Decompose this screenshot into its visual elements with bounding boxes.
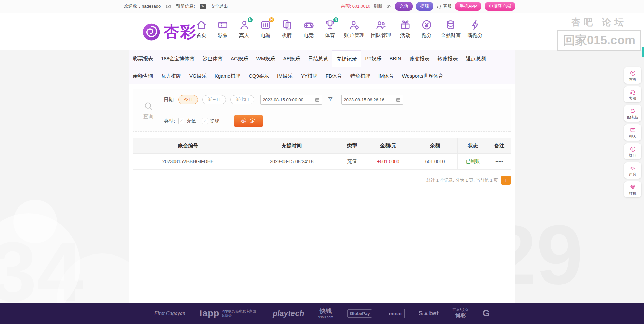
toolbar-item[interactable]: 挂机 (624, 181, 641, 198)
watermark-line2: 回家015.com (557, 30, 641, 51)
nav-item[interactable]: 首页 (194, 19, 209, 39)
date-from-input[interactable]: 2023-08-15 00:00:00 (260, 95, 322, 105)
calendar-icon[interactable] (396, 97, 401, 102)
nav-item[interactable]: H 电游 (258, 19, 273, 39)
edit-icon[interactable]: ✎ (200, 4, 206, 9)
nav-item[interactable]: 棋牌 (280, 19, 294, 39)
page-button[interactable]: 1 (501, 176, 511, 185)
nav-item[interactable]: N 真人 (237, 19, 252, 39)
tabs-row-1: 彩票报表188金宝博体育沙巴体育AG娱乐WM娱乐AE娱乐日结总览充提记录PT娱乐… (129, 50, 515, 67)
customer-service-label: 客服 (443, 3, 452, 9)
checkbox-box[interactable]: ✓ (178, 118, 184, 124)
eye-off-icon[interactable] (386, 4, 392, 9)
quick-date-pill[interactable]: 近七日 (230, 95, 254, 104)
partner-logo-text: iapp (200, 308, 220, 319)
tab[interactable]: AE娱乐 (279, 50, 304, 67)
deposit-button[interactable]: 充值 (395, 2, 413, 11)
nav-item[interactable]: 彩票 (215, 19, 230, 39)
nav-icon (445, 19, 457, 31)
tab[interactable]: Wesports世界体育 (398, 67, 447, 84)
toolbar-item[interactable]: IM充值 (624, 105, 641, 122)
mobile-app-button[interactable]: 手机APP (455, 2, 481, 11)
cell-balance: 601.0010 (413, 154, 458, 170)
watermark-line1: 杏吧 论坛 (557, 16, 641, 28)
withdraw-button[interactable]: 提现 (416, 2, 433, 11)
tab[interactable]: PT娱乐 (361, 50, 385, 67)
reserved-info-label: 预留信息: (176, 3, 195, 9)
nav-label: 账户管理 (344, 32, 364, 39)
tab[interactable]: Kgame棋牌 (211, 67, 245, 84)
toolbar-item[interactable]: 客服 (624, 86, 641, 103)
nav-item[interactable]: 电竞 (301, 19, 316, 39)
logout-link[interactable]: 安全退出 (211, 3, 228, 9)
pc-client-button[interactable]: 电脑客户端 (485, 2, 515, 11)
tab[interactable]: WM娱乐 (252, 50, 279, 67)
date-to-input[interactable]: 2023-08-15 08:26:16 (341, 95, 403, 105)
tab[interactable]: 返点总额 (462, 50, 490, 67)
calendar-icon[interactable] (315, 97, 320, 102)
checkbox-box[interactable]: ✓ (202, 118, 208, 124)
brand-flower-logo-icon (142, 22, 161, 42)
date-from-value: 2023-08-15 00:00:00 (263, 97, 303, 102)
toolbar-icon (630, 70, 636, 76)
tab[interactable]: BBIN (386, 50, 406, 67)
customer-service-link[interactable]: 客服 (437, 3, 452, 9)
side-peek-handle[interactable] (642, 47, 644, 57)
message-icon[interactable] (166, 4, 171, 9)
type-checkbox[interactable]: ✓ 提现 (202, 118, 219, 124)
toolbar-item[interactable]: 声音 (624, 162, 641, 179)
nav-item[interactable]: 账户管理 (344, 19, 364, 39)
toolbar-icon (630, 165, 636, 171)
toolbar-label: 声音 (629, 172, 636, 177)
tab[interactable]: 特兔棋牌 (346, 67, 374, 84)
balance-label: 余额: (341, 4, 351, 9)
toolbar-item[interactable]: 聊天 (624, 124, 641, 141)
tab[interactable]: IM娱乐 (273, 67, 297, 84)
nav-item[interactable]: 嗨跑分 (468, 19, 483, 39)
brand-name: 杏彩 (164, 21, 197, 42)
nav-item[interactable]: 活动 (398, 19, 413, 39)
quick-date-pill[interactable]: 今日 (178, 95, 198, 104)
quick-date-pill[interactable]: 近三日 (202, 95, 226, 104)
tab[interactable]: 瓦力棋牌 (157, 67, 185, 84)
toolbar-icon (630, 184, 636, 190)
nav-icon (421, 19, 433, 31)
nav-icon (281, 19, 293, 31)
refresh-link[interactable]: 刷新 (374, 3, 382, 9)
brand[interactable]: 杏彩 (142, 21, 197, 42)
tab[interactable]: 188金宝博体育 (157, 50, 199, 67)
tab[interactable]: 转账报表 (434, 50, 462, 67)
tab[interactable]: IM体育 (374, 67, 398, 84)
nav-icon (195, 19, 207, 31)
tab[interactable]: AG娱乐 (227, 50, 252, 67)
toolbar-item[interactable]: 疑问 (624, 143, 641, 160)
query-label: 查询 (143, 113, 153, 120)
nav-icon (399, 19, 411, 31)
tab[interactable]: 彩票报表 (129, 50, 157, 67)
watermark: 杏吧 论坛 回家015.com (557, 16, 641, 51)
tab[interactable]: 账变报表 (406, 50, 434, 67)
nav-item[interactable]: 跑分 (419, 19, 434, 39)
tab[interactable]: 充提记录 (332, 50, 361, 67)
partner-logo-subtext: 可靠&安全 (453, 308, 469, 312)
tab[interactable]: CQ9娱乐 (245, 67, 273, 84)
column-header: 充提时间 (243, 138, 340, 154)
tab[interactable]: 余额查询 (129, 67, 157, 84)
checkbox-label: 充值 (186, 118, 196, 124)
tab[interactable]: 日结总览 (304, 50, 332, 67)
nav-item[interactable]: N 体育 (323, 19, 337, 39)
tab[interactable]: FB体育 (322, 67, 346, 84)
confirm-button[interactable]: 确 定 (234, 115, 263, 127)
nav-item[interactable]: 金鼎财富 (441, 19, 461, 39)
pagination: 总计 1 个记录, 分为 1 页, 当前第 1 页 1 (133, 176, 511, 185)
nav-item[interactable]: 团队管理 (371, 19, 391, 39)
toolbar-label: 挂机 (629, 191, 636, 196)
tab[interactable]: YY棋牌 (297, 67, 322, 84)
search-icon (143, 101, 153, 111)
nav-label: 棋牌 (282, 32, 292, 39)
tab[interactable]: VG娱乐 (185, 67, 211, 84)
tab[interactable]: 沙巴体育 (199, 50, 227, 67)
toolbar-item[interactable]: 首页 (624, 67, 641, 84)
type-checkbox[interactable]: ✓ 充值 (178, 118, 196, 124)
nav-icon (303, 19, 315, 31)
